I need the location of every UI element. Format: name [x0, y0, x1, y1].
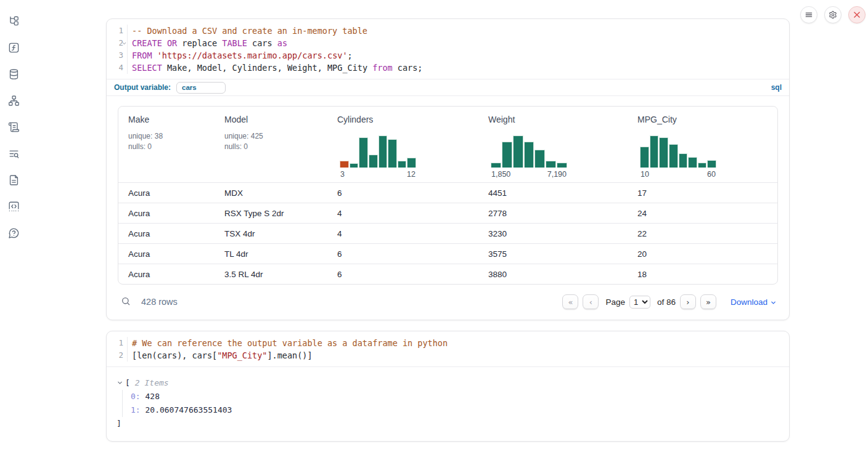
row-count: 428 rows — [141, 297, 178, 307]
histogram-max-label: 60 — [707, 170, 716, 179]
table-cell: 20 — [628, 244, 777, 264]
column-name[interactable]: Cylinders — [337, 115, 373, 124]
python-output-tree: [ 2 Items 0: 428 1: 20.060747663551403 ] — [107, 367, 789, 441]
collapse-chevron-icon[interactable] — [117, 379, 123, 386]
table-cell: 6 — [327, 183, 478, 203]
histogram-bar — [557, 163, 567, 168]
table-cell: TL 4dr — [215, 244, 327, 264]
table-cell: 22 — [628, 224, 777, 243]
column-name[interactable]: Weight — [488, 115, 515, 124]
code-line: -- Download a CSV and create an in-memor… — [132, 25, 789, 37]
tree-entries: 0: 428 1: 20.060747663551403 — [122, 390, 778, 417]
sql-output-area: Make unique: 38 nulls: 0 Model unique: 4… — [107, 96, 789, 320]
column-header-cylinders: Cylinders 3 12 — [327, 107, 478, 182]
code-line: CREATE OR replace TABLE cars as — [132, 37, 789, 49]
code-line: SELECT Make, Model, Cylinders, Weight, M… — [132, 62, 789, 74]
python-code[interactable]: # We can reference the output variable a… — [128, 337, 789, 362]
output-variable-bar: Output variable: sql — [107, 79, 789, 96]
table-body: AcuraMDX6445117AcuraRSX Type S 2dr427782… — [118, 182, 777, 284]
histogram-bar — [679, 153, 688, 168]
column-name[interactable]: Model — [224, 115, 248, 124]
table-cell: TSX 4dr — [215, 224, 327, 243]
histogram-bar — [369, 155, 378, 168]
histogram-bar — [650, 136, 659, 168]
histogram-min-label: 3 — [340, 170, 345, 179]
histogram-bar — [388, 139, 397, 168]
table-cell: 3.5 RL 4dr — [215, 264, 327, 284]
weight-histogram: 1,850 7,190 — [491, 136, 567, 179]
histogram-bar — [340, 161, 349, 168]
table-cell: Acura — [118, 264, 215, 284]
tree-entry: 1: 20.060747663551403 — [131, 403, 778, 417]
sql-code-editor[interactable]: 1234 -- Download a CSV and create an in-… — [107, 19, 789, 79]
cylinders-histogram: 3 12 — [340, 136, 416, 179]
download-button[interactable]: Download — [731, 297, 777, 307]
table-cell: 6 — [327, 244, 478, 264]
close-icon[interactable] — [848, 6, 866, 23]
dependency-graph-icon[interactable] — [6, 93, 21, 108]
fold-chevron-icon[interactable] — [121, 41, 127, 46]
table-cell: 4 — [327, 203, 478, 223]
histogram-bar — [707, 160, 716, 168]
histogram-bar — [698, 163, 707, 168]
file-tree-icon[interactable] — [6, 14, 21, 28]
tree-entry: 0: 428 — [131, 390, 778, 403]
helper-panel-rail — [0, 0, 27, 449]
histogram-min-label: 1,850 — [491, 170, 510, 179]
table-cell: 17 — [628, 183, 777, 203]
histogram-bar — [669, 144, 678, 168]
gear-icon[interactable] — [824, 6, 841, 23]
notebook: 1234 -- Download a CSV and create an in-… — [106, 18, 790, 442]
last-page-button[interactable]: » — [700, 294, 716, 309]
output-variable-label: Output variable: — [114, 83, 171, 92]
items-count-label: 2 Items — [135, 378, 169, 387]
histogram-bar — [640, 147, 649, 168]
histogram-bar — [379, 136, 388, 168]
table-row: AcuraTL 4dr6357520 — [118, 243, 777, 264]
hamburger-menu-icon[interactable] — [800, 6, 817, 23]
data-table: Make unique: 38 nulls: 0 Model unique: 4… — [118, 106, 778, 285]
code-line: # We can reference the output variable a… — [132, 337, 789, 349]
document-icon[interactable] — [6, 172, 21, 187]
histogram-bar — [398, 161, 407, 168]
search-icon[interactable] — [119, 295, 133, 309]
help-chat-icon[interactable] — [6, 225, 21, 240]
table-cell: 3880 — [478, 264, 628, 284]
table-cell: 4451 — [478, 183, 628, 203]
search-list-icon[interactable] — [6, 146, 21, 161]
output-variable-input[interactable] — [176, 82, 226, 94]
function-square-icon[interactable] — [6, 40, 21, 55]
column-header-make: Make unique: 38 nulls: 0 — [118, 107, 215, 182]
table-cell: Acura — [118, 203, 215, 223]
line-number-gutter: 12 — [107, 337, 128, 362]
table-cell: 4 — [327, 224, 478, 243]
table-row: AcuraMDX6445117 — [118, 182, 777, 203]
histogram-bar — [534, 150, 545, 168]
next-page-button[interactable]: › — [680, 294, 696, 309]
histogram-bar — [546, 161, 556, 168]
table-cell: RSX Type S 2dr — [215, 203, 327, 223]
histogram-bar — [524, 142, 534, 168]
page-select[interactable]: 1 — [629, 296, 650, 309]
code-snippet-icon[interactable] — [6, 199, 21, 214]
histogram-min-label: 10 — [641, 170, 649, 179]
python-code-editor[interactable]: 12 # We can reference the output variabl… — [107, 331, 789, 366]
previous-page-button[interactable]: ‹ — [583, 294, 599, 309]
sql-code[interactable]: -- Download a CSV and create an in-memor… — [128, 25, 789, 74]
histogram-max-label: 12 — [407, 170, 416, 179]
notebook-controls — [800, 6, 866, 23]
histogram-bar — [688, 157, 697, 168]
table-cell: 3230 — [478, 224, 628, 243]
first-page-button[interactable]: « — [562, 294, 578, 309]
code-line: [len(cars), cars["MPG_City"].mean()] — [132, 349, 789, 362]
scroll-icon[interactable] — [6, 119, 21, 134]
table-cell: 18 — [628, 264, 777, 284]
page-label: Page — [605, 297, 625, 307]
code-line: FROM 'https://datasets.marimo.app/cars.c… — [132, 49, 789, 62]
column-name[interactable]: MPG_City — [637, 115, 677, 124]
column-name[interactable]: Make — [128, 115, 149, 124]
database-icon[interactable] — [6, 67, 21, 81]
histogram-bar — [350, 163, 359, 168]
table-footer: 428 rows « ‹ Page 1 of 86 › » Download — [118, 293, 778, 311]
column-header-weight: Weight 1,850 7,190 — [478, 107, 628, 182]
